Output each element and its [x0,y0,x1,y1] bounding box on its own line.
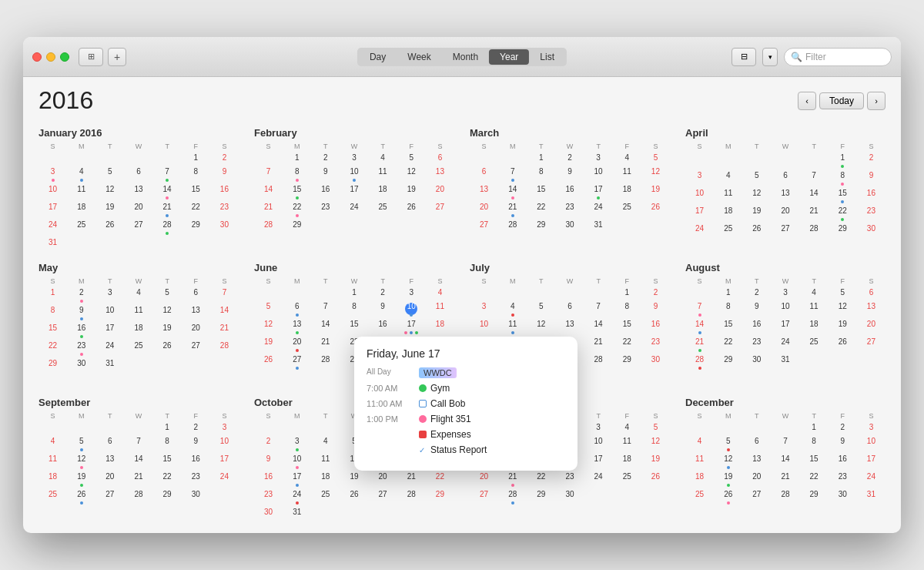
day-cell[interactable]: 5 [714,434,742,452]
day-cell[interactable]: 4 [800,286,829,300]
day-cell[interactable]: 1 [613,286,641,300]
day-cell[interactable]: 11 [38,452,67,470]
day-cell[interactable]: 24 [283,488,311,505]
day-cell[interactable]: 16 [829,452,857,470]
day-cell[interactable]: 6 [555,300,584,317]
day-cell[interactable]: 21 [153,200,182,218]
calendar-display-button[interactable]: ⊟ [732,48,756,66]
day-cell[interactable]: 24 [38,218,67,236]
day-cell[interactable]: 22 [527,470,555,488]
day-cell[interactable]: 12 [641,434,670,452]
tab-week[interactable]: Week [397,49,441,65]
day-cell[interactable]: 6 [857,286,886,300]
day-cell[interactable]: 8 [38,303,67,321]
day-cell[interactable]: 27 [182,339,210,357]
day-cell[interactable]: 26 [742,222,771,236]
day-cell[interactable]: 27 [283,353,311,370]
day-cell[interactable]: 22 [182,200,210,218]
day-cell[interactable]: 23 [210,200,239,218]
day-cell[interactable]: 9 [311,165,340,183]
day-cell[interactable]: 10 [340,165,368,183]
day-cell[interactable]: 8 [283,165,311,183]
day-cell[interactable]: 14 [800,186,829,204]
day-cell[interactable]: 3 [584,421,613,434]
day-cell[interactable]: 24 [340,200,368,218]
day-cell[interactable]: 12 [95,183,124,200]
day-cell[interactable]: 19 [742,204,771,222]
day-cell[interactable]: 19 [153,321,182,339]
day-cell[interactable]: 27 [470,488,498,505]
day-cell[interactable]: 22 [153,470,182,488]
minimize-button[interactable] [46,52,55,62]
day-cell[interactable]: 5 [829,286,857,300]
day-cell[interactable]: 2 [857,151,886,169]
today-button[interactable]: Today [819,92,864,109]
day-cell[interactable]: 23 [829,470,857,488]
day-cell[interactable]: 3 [771,286,799,300]
day-cell[interactable]: 29 [426,488,454,505]
day-cell[interactable]: 4 [369,151,397,165]
day-cell[interactable]: 12 [153,303,182,321]
day-cell[interactable]: 10 [771,300,799,317]
popup-event-callbob[interactable]: 11:00 AM Call Bob [367,398,565,409]
day-cell[interactable]: 24 [685,222,714,236]
day-cell[interactable]: 22 [800,470,829,488]
day-cell[interactable]: 17 [38,200,67,218]
day-cell[interactable]: 30 [67,357,95,370]
day-cell[interactable]: 2 [742,286,771,300]
day-cell[interactable]: 27 [742,488,771,505]
day-cell[interactable]: 18 [38,470,67,488]
day-cell[interactable]: 23 [555,200,584,218]
day-cell[interactable]: 4 [498,300,527,317]
day-cell[interactable]: 23 [67,339,95,357]
day-cell[interactable]: 15 [613,317,641,335]
day-cell[interactable]: 21 [771,470,799,488]
day-cell[interactable]: 11 [800,300,829,317]
day-cell[interactable]: 10 [283,452,311,470]
day-cell[interactable]: 12 [742,186,771,204]
day-cell[interactable]: 9 [829,434,857,452]
day-cell[interactable]: 10 [857,434,886,452]
day-cell[interactable]: 17 [771,317,799,335]
day-cell[interactable]: 26 [340,488,368,505]
day-cell[interactable]: 21 [210,321,239,339]
day-cell[interactable]: 25 [369,200,397,218]
day-cell[interactable]: 27 [124,218,152,236]
day-cell[interactable]: 7 [210,286,239,303]
day-cell[interactable]: 13 [857,300,886,317]
day-cell[interactable]: 3 [340,151,368,165]
day-cell[interactable]: 16 [555,183,584,200]
day-cell[interactable]: 2 [369,286,397,300]
day-cell[interactable]: 26 [254,353,283,370]
day-cell[interactable]: 18 [311,470,340,488]
day-cell[interactable]: 27 [771,222,799,236]
day-cell[interactable]: 1 [714,286,742,300]
day-cell[interactable]: 21 [498,200,527,218]
day-cell[interactable]: 30 [210,218,239,236]
day-cell[interactable]: 15 [527,183,555,200]
day-cell[interactable]: 14 [254,183,283,200]
day-cell[interactable]: 12 [254,317,283,335]
day-cell[interactable]: 20 [283,335,311,353]
day-cell[interactable]: 25 [613,470,641,488]
day-cell[interactable]: 28 [153,218,182,236]
day-cell[interactable]: 11 [124,303,152,321]
day-cell[interactable]: 14 [153,183,182,200]
day-cell[interactable]: 30 [555,218,584,232]
day-cell[interactable]: 1 [800,421,829,434]
day-cell[interactable]: 14 [771,452,799,470]
day-cell[interactable]: 29 [527,488,555,505]
day-cell[interactable]: 30 [857,222,886,236]
day-cell[interactable]: 12 [67,452,95,470]
day-cell[interactable]: 2 [829,421,857,434]
day-cell[interactable]: 7 [800,169,829,186]
day-cell[interactable]: 2 [67,286,95,303]
day-cell[interactable]: 12 [714,452,742,470]
day-cell[interactable]: 19 [340,470,368,488]
day-cell[interactable]: 4 [714,169,742,186]
day-cell[interactable]: 26 [714,488,742,505]
day-cell[interactable]: 2 [641,286,670,300]
day-cell[interactable]: 25 [38,488,67,505]
day-cell[interactable]: 4 [426,286,454,300]
day-cell[interactable]: 5 [641,151,670,165]
